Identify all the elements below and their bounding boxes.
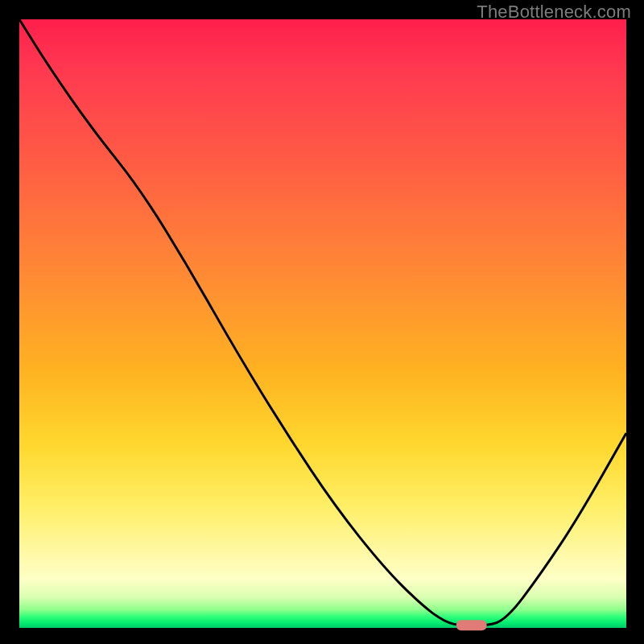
chart-frame: TheBottleneck.com xyxy=(0,0,644,644)
curve-layer xyxy=(19,19,626,628)
optimal-point-marker xyxy=(456,620,487,630)
bottleneck-curve xyxy=(19,19,626,626)
plot-area xyxy=(19,19,626,628)
